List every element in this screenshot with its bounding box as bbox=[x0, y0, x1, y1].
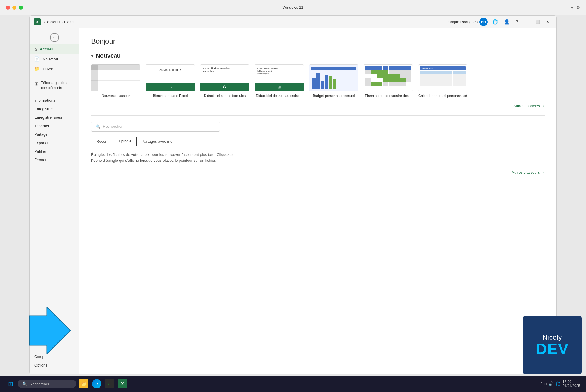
home-icon: ⌂ bbox=[34, 47, 37, 52]
dev-text: DEV bbox=[536, 341, 569, 357]
sidebar-item-nouveau[interactable]: 📄 Nouveau bbox=[30, 54, 79, 64]
user-avatar: HR bbox=[479, 18, 488, 26]
bienvenue-arrow-icon: → bbox=[168, 84, 173, 90]
sidebar-item-options[interactable]: Options bbox=[30, 361, 79, 369]
taskbar-search-icon: 🔍 bbox=[22, 381, 27, 386]
sidebar-back-button[interactable]: ← bbox=[30, 31, 79, 44]
bienvenue-thumb-text: Suivez le guide ! bbox=[159, 68, 181, 71]
template-bienvenue[interactable]: Suivez le guide ! → Bienvenue dans Excel bbox=[146, 64, 195, 98]
settings-icon[interactable]: ⚙ bbox=[576, 5, 580, 10]
nicely-dev-badge: Nicely DEV bbox=[523, 316, 582, 374]
excel-titlebar: X Classeur1 - Excel Henrique Rodrigues H… bbox=[30, 16, 556, 28]
files-app-icon: 📁 bbox=[79, 379, 88, 388]
template-label-bienvenue: Bienvenue dans Excel bbox=[146, 94, 195, 98]
excel-window: X Classeur1 - Excel Henrique Rodrigues H… bbox=[29, 15, 557, 374]
planning-thumb bbox=[364, 64, 413, 91]
sidebar-item-publier[interactable]: Publier bbox=[30, 147, 79, 156]
windows-logo-icon: ⊞ bbox=[8, 380, 13, 387]
taskbar-edge-icon[interactable]: e bbox=[91, 379, 102, 389]
main-panel: Bonjour ▾ Nouveau bbox=[79, 28, 556, 374]
taskbar-excel-icon[interactable]: X bbox=[117, 379, 128, 389]
search-input[interactable] bbox=[103, 124, 216, 129]
template-label-formules: Didacticiel sur les formules bbox=[200, 94, 249, 98]
sidebar-divider-2 bbox=[34, 95, 75, 95]
chevron-down-icon: ▾ bbox=[91, 53, 93, 59]
sidebar-item-ouvrir[interactable]: 📁 Ouvrir bbox=[30, 64, 79, 74]
fx-icon: fx bbox=[223, 85, 226, 89]
volume-icon[interactable]: 🔊 bbox=[548, 381, 553, 386]
mac-minimize-button[interactable] bbox=[12, 6, 16, 10]
taskbar: ⊞ 🔍 Rechercher 📁 e >_ X ^ □ 🔊 🌐 12:0001/… bbox=[0, 376, 586, 392]
edge-app-icon: e bbox=[92, 379, 101, 388]
network-icon[interactable]: □ bbox=[544, 381, 546, 386]
mac-titlebar: Windows 11 ▼ ⚙ bbox=[0, 0, 586, 15]
template-tableau[interactable]: Créez votre premiertableau croisédynamiq… bbox=[255, 64, 304, 98]
mac-maximize-button[interactable] bbox=[19, 6, 23, 10]
restore-button[interactable]: ⬜ bbox=[533, 18, 542, 26]
clock: 12:0001/01/2025 bbox=[563, 380, 580, 388]
autres-modeles-link[interactable]: Autres modèles → bbox=[91, 103, 545, 108]
template-nouveau-classeur[interactable]: Nouveau classeur bbox=[91, 64, 140, 98]
autres-modeles-anchor[interactable]: Autres modèles → bbox=[513, 104, 545, 108]
template-label-tableau: Didacticiel de tableau croisé... bbox=[255, 94, 304, 98]
help-icon[interactable]: ? bbox=[515, 19, 519, 25]
window-controls[interactable]: — ⬜ ✕ bbox=[523, 18, 552, 26]
template-budget[interactable]: Budget personnel mensuel bbox=[309, 64, 358, 98]
tableau-thumb: Créez votre premiertableau croisédynamiq… bbox=[255, 64, 304, 91]
os-title: Windows 11 bbox=[283, 5, 304, 10]
blue-arrow-svg bbox=[23, 307, 76, 354]
search-bar: 🔍 bbox=[91, 122, 220, 132]
tray-chevron-icon[interactable]: ^ bbox=[541, 381, 543, 386]
excel-file-title: Classeur1 - Excel bbox=[44, 20, 74, 24]
system-tray: ^ □ 🔊 🌐 bbox=[541, 381, 560, 386]
minimize-button[interactable]: — bbox=[523, 18, 532, 26]
user-name: Henrique Rodrigues bbox=[444, 20, 478, 24]
sidebar-item-telecharger[interactable]: ⊞ Télécharger des compléments bbox=[30, 78, 79, 93]
template-calendrier[interactable]: Janvier 2025 bbox=[418, 64, 467, 98]
autres-classeurs-anchor[interactable]: Autres classeurs → bbox=[512, 170, 545, 175]
taskbar-terminal-icon[interactable]: >_ bbox=[104, 379, 115, 389]
terminal-app-icon: >_ bbox=[105, 379, 114, 388]
globe-icon[interactable]: 🌐 bbox=[491, 18, 499, 25]
tableau-thumb-text: Créez votre premiertableau croisédynamiq… bbox=[257, 67, 278, 75]
sidebar-item-enregistrer[interactable]: Enregistrer bbox=[30, 105, 79, 113]
sidebar-item-enregistrer-sous[interactable]: Enregistrer sous bbox=[30, 113, 79, 122]
calendrier-thumb: Janvier 2025 bbox=[418, 64, 467, 91]
globe-tray-icon[interactable]: 🌐 bbox=[555, 381, 560, 386]
template-grid: Nouveau classeur Suivez le guide ! → Bie… bbox=[91, 64, 545, 98]
sidebar-addon-label: Télécharger des compléments bbox=[41, 81, 74, 91]
mac-close-button[interactable] bbox=[6, 6, 10, 10]
sidebar-item-accueil[interactable]: ⌂ Accueil bbox=[30, 44, 79, 54]
svg-marker-0 bbox=[29, 307, 70, 354]
share-icon[interactable]: 👤 bbox=[503, 18, 511, 25]
template-label-budget: Budget personnel mensuel bbox=[309, 94, 358, 98]
user-area: Henrique Rodrigues HR bbox=[444, 18, 488, 26]
sidebar-item-fermer[interactable]: Fermer bbox=[30, 156, 79, 164]
tab-recent[interactable]: Récent bbox=[91, 137, 114, 146]
sidebar-accueil-label: Accueil bbox=[40, 47, 53, 51]
formules-thumb: Se familiariser avec lesFormules fx bbox=[200, 64, 249, 91]
template-label-planning: Planning hebdomadaire des... bbox=[364, 94, 413, 98]
template-label-calendrier: Calendrier annuel personnalisé bbox=[418, 94, 467, 98]
taskbar-search-bar[interactable]: 🔍 Rechercher bbox=[18, 380, 76, 388]
sidebar-item-informations[interactable]: Informations bbox=[30, 96, 79, 105]
start-button[interactable]: ⊞ bbox=[6, 379, 15, 388]
tableau-icon: ⊞ bbox=[277, 85, 281, 89]
sidebar-item-imprimer[interactable]: Imprimer bbox=[30, 122, 79, 130]
taskbar-files-icon[interactable]: 📁 bbox=[79, 379, 89, 389]
tab-partages[interactable]: Partagés avec moi bbox=[137, 137, 179, 146]
tab-epingle[interactable]: Épinglé bbox=[114, 137, 136, 146]
budget-thumb bbox=[309, 64, 358, 91]
arrow-annotation bbox=[23, 307, 76, 354]
sidebar-item-partager[interactable]: Partager bbox=[30, 130, 79, 139]
template-formules[interactable]: Se familiariser avec lesFormules fx Dida… bbox=[200, 64, 249, 98]
mac-top-right-icons: ▼ ⚙ bbox=[570, 5, 580, 10]
file-tabs: Récent Épinglé Partagés avec moi bbox=[91, 137, 545, 146]
bienvenue-thumb: Suivez le guide ! → bbox=[146, 64, 195, 91]
mac-window-controls[interactable] bbox=[6, 6, 23, 10]
autres-classeurs-link[interactable]: Autres classeurs → bbox=[91, 170, 545, 175]
sidebar-item-exporter[interactable]: Exporter bbox=[30, 139, 79, 147]
close-button[interactable]: ✕ bbox=[543, 18, 552, 26]
template-planning[interactable]: Planning hebdomadaire des... bbox=[364, 64, 413, 98]
template-label-nouveau: Nouveau classeur bbox=[91, 94, 140, 98]
